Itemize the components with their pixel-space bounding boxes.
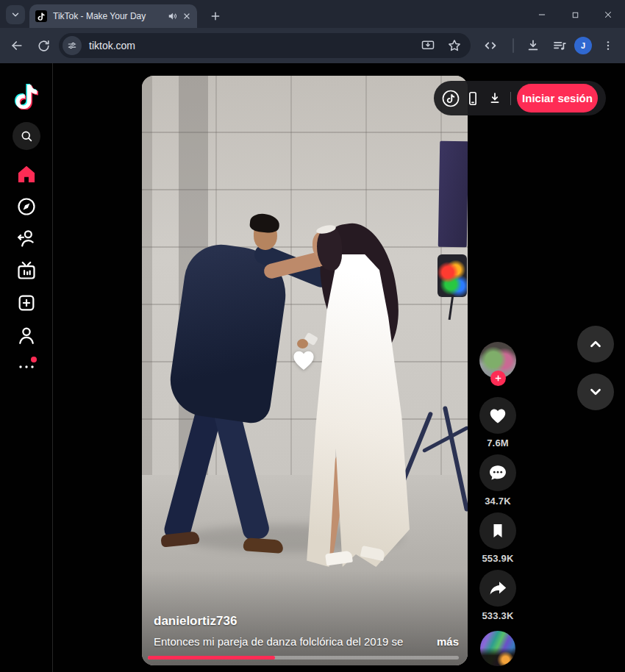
window-close-button[interactable] (598, 7, 618, 22)
close-icon (603, 10, 613, 20)
music-disc[interactable] (480, 631, 515, 666)
get-app-button[interactable] (462, 87, 484, 110)
video-caption: Entonces mi pareja de danza folclórica d… (154, 635, 429, 648)
compass-icon (16, 196, 37, 217)
bookmark-count: 553.9K (479, 553, 516, 564)
upload-plus-icon (16, 293, 37, 313)
login-button[interactable]: Iniciar sesión (517, 84, 598, 112)
new-tab-button[interactable] (207, 8, 224, 24)
video-progress-bar[interactable] (148, 656, 459, 660)
window-maximize-button[interactable] (565, 7, 585, 22)
bookmark-button[interactable] (479, 512, 516, 549)
url-text[interactable]: tiktok.com (89, 40, 409, 51)
browser-menu-button[interactable] (599, 37, 617, 54)
browser-window: TikTok - Make Your Day (0, 0, 625, 672)
follow-button[interactable] (490, 371, 506, 386)
tiktok-coin-button[interactable] (440, 87, 462, 110)
home-icon (16, 164, 37, 185)
comment-button[interactable] (479, 454, 516, 491)
plus-icon (210, 10, 221, 22)
tab-search-button[interactable] (6, 5, 25, 24)
kebab-menu-icon (602, 40, 614, 51)
video-djlight-prop (438, 254, 467, 297)
video-player[interactable]: danielortiz736 Entonces mi pareja de dan… (142, 76, 468, 665)
download-video-button[interactable] (484, 87, 506, 110)
sidebar-item-upload[interactable] (0, 293, 53, 313)
window-minimize-button[interactable] (532, 7, 552, 22)
following-user-icon (16, 228, 37, 249)
download-icon (526, 38, 540, 53)
live-tv-icon (16, 260, 37, 281)
tab-title: TikTok - Make Your Day (53, 11, 163, 21)
sidebar-item-live[interactable] (0, 260, 53, 281)
search-icon (20, 129, 33, 143)
sidebar-item-profile[interactable] (0, 325, 53, 346)
comment-icon (488, 463, 507, 482)
address-bar[interactable]: tiktok.com (59, 33, 471, 58)
chevron-up-icon (588, 336, 604, 352)
header-overlay: Iniciar sesión (434, 81, 606, 115)
tiktok-page: danielortiz736 Entonces mi pareja de dan… (0, 63, 625, 672)
caption-more-button[interactable]: más (437, 635, 459, 648)
browser-tab[interactable]: TikTok - Make Your Day (29, 4, 197, 28)
download-video-icon (487, 90, 503, 107)
share-button[interactable] (479, 570, 516, 607)
sidebar (0, 63, 53, 672)
tiktok-coin-icon (441, 89, 460, 108)
extension-button[interactable] (482, 37, 499, 54)
sidebar-search-button[interactable] (12, 122, 40, 150)
browser-toolbar: tiktok.com J (0, 28, 625, 63)
media-controls-button[interactable] (551, 37, 568, 54)
back-arrow-icon (10, 38, 24, 53)
like-count: 7.6M (479, 437, 516, 448)
sidebar-item-more[interactable] (0, 362, 53, 370)
like-heart-overlay-icon (291, 348, 316, 374)
comment-count: 34.7K (479, 496, 516, 507)
notification-dot (31, 357, 37, 362)
phone-icon (465, 90, 481, 107)
maximize-icon (571, 10, 580, 20)
tiktok-favicon-icon (35, 10, 47, 22)
browser-tabstrip: TikTok - Make Your Day (0, 0, 625, 28)
toolbar-divider (512, 38, 514, 53)
reload-button[interactable] (35, 37, 52, 54)
tab-close-icon[interactable] (182, 12, 191, 21)
playlist-music-icon (552, 38, 567, 53)
overlay-divider (510, 92, 511, 105)
profile-icon (16, 325, 37, 346)
back-button[interactable] (8, 37, 26, 54)
star-icon (447, 38, 462, 53)
like-button[interactable] (479, 397, 516, 434)
chevron-down-icon (588, 384, 604, 400)
install-app-button[interactable] (421, 38, 435, 53)
more-dots-icon (18, 362, 35, 370)
downloads-button[interactable] (524, 37, 542, 54)
code-icon (482, 37, 499, 54)
sidebar-item-following[interactable] (0, 228, 53, 249)
site-settings-button[interactable] (63, 36, 82, 55)
next-video-button[interactable] (577, 373, 614, 410)
video-speaker-prop (438, 141, 468, 248)
video-username[interactable]: danielortiz736 (154, 614, 237, 629)
minimize-icon (537, 10, 547, 20)
tiktok-logo-icon[interactable] (0, 83, 53, 110)
bookmark-star-button[interactable] (447, 38, 462, 53)
previous-video-button[interactable] (577, 326, 614, 362)
share-icon (488, 579, 507, 597)
sidebar-item-explore[interactable] (0, 196, 53, 217)
chevron-down-icon (10, 10, 21, 20)
tab-audio-icon[interactable] (168, 11, 178, 21)
sidebar-item-home[interactable] (0, 164, 53, 185)
tune-icon (67, 40, 77, 51)
video-progress-fill (148, 656, 275, 660)
plus-icon (494, 374, 502, 382)
share-count: 533.3K (479, 610, 516, 621)
bookmark-icon (490, 522, 506, 540)
browser-profile-avatar[interactable]: J (574, 37, 592, 54)
heart-icon (488, 407, 507, 424)
install-app-icon (421, 38, 435, 53)
reload-icon (37, 39, 51, 53)
